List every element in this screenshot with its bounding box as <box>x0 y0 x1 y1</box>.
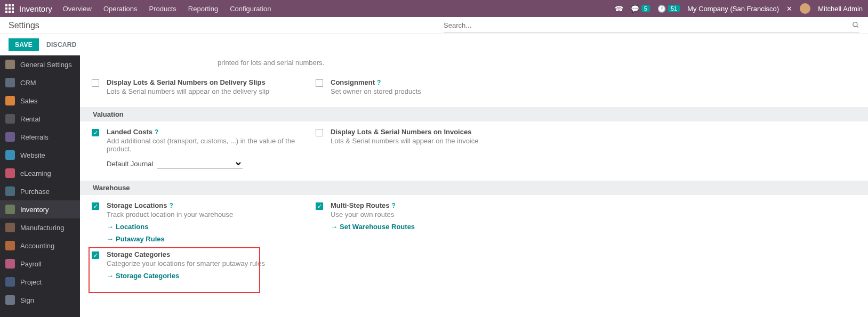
help-icon[interactable]: ? <box>392 202 396 209</box>
app-name[interactable]: Inventory <box>19 4 52 13</box>
chat-button[interactable]: 💬5 <box>631 5 650 13</box>
sidebar-item-referrals[interactable]: Referrals <box>0 128 80 146</box>
debug-icon[interactable]: ✕ <box>786 5 792 13</box>
svg-line-1 <box>857 26 858 28</box>
help-icon[interactable]: ? <box>155 128 158 136</box>
apps-icon[interactable] <box>5 4 14 13</box>
sidebar-label: Manufacturing <box>20 224 64 232</box>
checkbox-consignment[interactable] <box>316 79 323 87</box>
opt-desc: Add additional cost (transport, customs,… <box>107 137 312 153</box>
sidebar-icon <box>5 168 15 178</box>
sidebar-icon <box>5 223 15 232</box>
activity-button[interactable]: 🕐51 <box>657 5 680 13</box>
checkbox-delivery-slips[interactable] <box>92 79 99 87</box>
section-warehouse: Warehouse <box>80 181 868 195</box>
link-putaway-rules[interactable]: → Putaway Rules <box>107 235 165 243</box>
opt-title: Storage Categories <box>107 250 312 258</box>
checkbox-landed-costs[interactable] <box>92 129 99 136</box>
sidebar-item-rental[interactable]: Rental <box>0 110 80 128</box>
sidebar-label: Rental <box>20 115 41 123</box>
nav-products[interactable]: Products <box>149 5 176 13</box>
opt-desc: Lots & Serial numbers will appear on the… <box>107 87 312 95</box>
sidebar-label: Project <box>20 278 42 286</box>
sidebar-icon <box>5 205 15 214</box>
sidebar-label: General Settings <box>20 61 72 69</box>
opt-storage-locations: Storage Locations? Track product locatio… <box>89 201 312 243</box>
nav-operations[interactable]: Operations <box>103 5 138 13</box>
nav-configuration[interactable]: Configuration <box>230 5 271 13</box>
checkbox-storage-categories[interactable] <box>92 251 99 259</box>
sidebar-label: Referrals <box>20 133 49 141</box>
chat-badge: 5 <box>641 5 650 12</box>
phone-icon[interactable]: ☎ <box>615 5 623 13</box>
checkbox-storage-locations[interactable] <box>92 202 99 210</box>
opt-title: Display Lots & Serial Numbers on Invoice… <box>331 128 536 136</box>
sidebar-label: eLearning <box>20 169 51 177</box>
sidebar-item-elearning[interactable]: eLearning <box>0 164 80 182</box>
sidebar-label: Sales <box>20 97 38 105</box>
sidebar-icon <box>5 132 15 142</box>
sidebar-item-manufacturing[interactable]: Manufacturing <box>0 218 80 237</box>
sidebar-item-general-settings[interactable]: General Settings <box>0 55 80 74</box>
opt-title: Display Lots & Serial Numbers on Deliver… <box>107 78 312 86</box>
sidebar-label: Payroll <box>20 260 42 268</box>
default-journal-row: Default Journal <box>107 158 312 169</box>
opt-desc: Lots & Serial numbers will appear on the… <box>331 137 536 145</box>
sidebar-label: Website <box>20 151 45 159</box>
sidebar-item-sign[interactable]: Sign <box>0 291 80 309</box>
help-icon[interactable]: ? <box>377 79 381 86</box>
avatar[interactable] <box>800 3 810 14</box>
sidebar-label: Inventory <box>20 206 49 214</box>
sidebar-item-payroll[interactable]: Payroll <box>0 255 80 273</box>
opt-desc: Set owner on stored products <box>331 87 536 95</box>
nav-reporting[interactable]: Reporting <box>188 5 218 13</box>
opt-desc: Categorize your locations for smarter pu… <box>107 259 312 267</box>
checkbox-invoice-lots[interactable] <box>316 129 323 136</box>
sidebar-item-crm[interactable]: CRM <box>0 74 80 92</box>
actions-bar: SAVE DISCARD <box>0 34 868 55</box>
opt-title: Multi-Step Routes? <box>331 201 536 209</box>
sidebar-icon <box>5 277 15 287</box>
sidebar-icon <box>5 114 15 124</box>
opt-title: Storage Locations? <box>107 201 312 209</box>
save-button[interactable]: SAVE <box>9 38 39 51</box>
subheader: Settings <box>0 17 868 34</box>
search-input[interactable] <box>444 21 852 29</box>
topbar: Inventory Overview Operations Products R… <box>0 0 868 17</box>
search-icon[interactable] <box>852 21 859 29</box>
opt-delivery-slips: Display Lots & Serial Numbers on Deliver… <box>89 78 312 95</box>
topbar-right: ☎ 💬5 🕐51 My Company (San Francisco) ✕ Mi… <box>615 3 863 14</box>
company-switcher[interactable]: My Company (San Francisco) <box>687 5 779 13</box>
link-storage-categories[interactable]: → Storage Categories <box>107 272 179 280</box>
sidebar-icon <box>5 78 15 87</box>
sidebar-item-project[interactable]: Project <box>0 273 80 291</box>
svg-point-0 <box>853 22 857 27</box>
sidebar-icon <box>5 150 15 160</box>
opt-title: Landed Costs? <box>107 128 312 136</box>
nav-overview[interactable]: Overview <box>63 5 92 13</box>
link-locations[interactable]: → Locations <box>107 223 148 231</box>
help-icon[interactable]: ? <box>169 202 173 209</box>
search-wrap <box>444 19 859 32</box>
discard-button[interactable]: DISCARD <box>46 41 77 48</box>
sidebar-icon <box>5 186 15 196</box>
sidebar-item-purchase[interactable]: Purchase <box>0 182 80 200</box>
sidebar-item-sales[interactable]: Sales <box>0 92 80 110</box>
sidebar-item-website[interactable]: Website <box>0 146 80 164</box>
opt-multistep-routes: Multi-Step Routes? Use your own routes →… <box>312 201 536 231</box>
link-warehouse-routes[interactable]: → Set Warehouse Routes <box>331 223 415 231</box>
sidebar-item-inventory[interactable]: Inventory <box>0 200 80 218</box>
sidebar-icon <box>5 295 15 305</box>
nav-menu: Overview Operations Products Reporting C… <box>63 5 271 13</box>
opt-consignment: Consignment? Set owner on stored product… <box>312 78 536 95</box>
journal-label: Default Journal <box>107 160 153 168</box>
opt-desc: Track product location in your warehouse <box>107 210 312 218</box>
opt-desc: Use your own routes <box>331 210 536 218</box>
sidebar-icon <box>5 241 15 250</box>
user-name[interactable]: Mitchell Admin <box>818 5 863 13</box>
sidebar-item-accounting[interactable]: Accounting <box>0 237 80 255</box>
content: printed for lots and serial numbers. Dis… <box>80 55 868 317</box>
sidebar-label: CRM <box>20 79 36 87</box>
checkbox-multistep[interactable] <box>316 202 323 210</box>
default-journal-select[interactable] <box>157 158 243 169</box>
